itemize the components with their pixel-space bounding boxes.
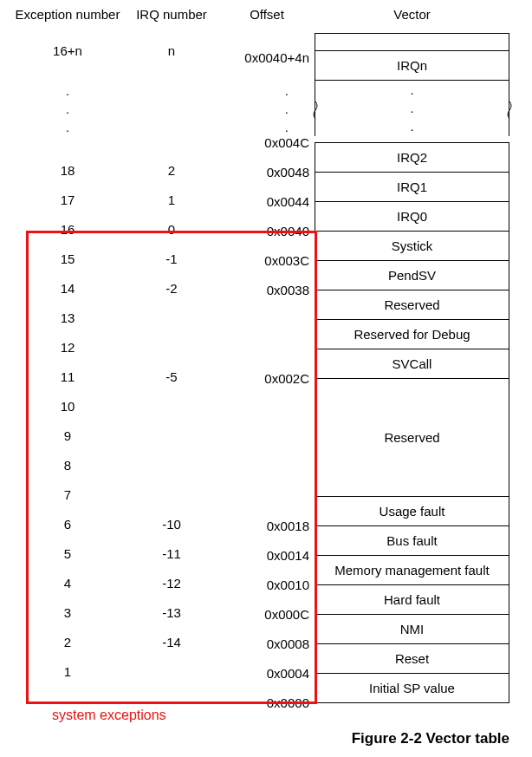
header-exception-number: Exception number (11, 7, 124, 22)
diagram-root: Exception number IRQ number Offset Vecto… (0, 0, 532, 757)
header-vector: Vector (315, 7, 509, 22)
header-offset: Offset (219, 7, 315, 22)
header-irq-number: IRQ number (124, 7, 219, 22)
